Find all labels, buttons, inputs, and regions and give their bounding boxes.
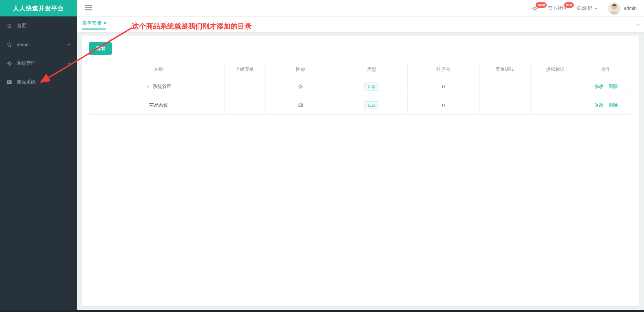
- sidebar-item-system[interactable]: 系统管理: [0, 54, 77, 73]
- expand-row-icon[interactable]: [146, 84, 150, 88]
- delete-link[interactable]: 删除: [608, 102, 618, 108]
- col-icon: 图标: [265, 62, 336, 77]
- tab-menu-management[interactable]: 菜单管理 ×: [82, 20, 106, 26]
- url-cell: [479, 96, 530, 115]
- sidebar-item-home[interactable]: 首页: [0, 16, 77, 35]
- parent-menu-cell: [224, 77, 265, 96]
- close-icon[interactable]: ×: [103, 21, 106, 25]
- sidebar: 人人快速开发平台 首页 demo 系统管: [0, 0, 77, 312]
- sidebar-item-label: demo: [17, 42, 29, 47]
- content-area: 新增 名称 上级菜单 图标 类型 排序号 菜单URL: [77, 33, 644, 312]
- type-badge: 目录: [364, 83, 379, 91]
- sidebar-item-demo[interactable]: demo: [0, 35, 77, 54]
- hamburger-menu-icon[interactable]: [85, 5, 92, 12]
- sidebar-item-label: 商品系统: [17, 79, 36, 85]
- home-icon: [7, 23, 12, 29]
- avatar: [608, 2, 621, 15]
- username: admin: [624, 6, 637, 11]
- main-area: new 官方社区 hot Git源码: [77, 0, 644, 312]
- gear-icon: [298, 84, 303, 89]
- gear-icon: [7, 61, 12, 66]
- list-icon: [7, 80, 12, 85]
- menu-table: 名称 上级菜单 图标 类型 排序号 菜单URL 授权标识 操作: [89, 62, 632, 115]
- edit-link[interactable]: 修改: [594, 84, 604, 89]
- content-card: 新增 名称 上级菜单 图标 类型 排序号 菜单URL: [82, 36, 639, 306]
- list-icon: [298, 103, 303, 108]
- col-perm: 授权标识: [530, 62, 580, 77]
- col-actions: 操作: [580, 62, 632, 77]
- menu-name: 系统管理: [153, 84, 171, 89]
- git-source-label: Git源码: [577, 5, 592, 11]
- sidebar-item-label: 首页: [17, 23, 26, 29]
- active-tab-underline: [82, 29, 106, 30]
- tab-label: 菜单管理: [82, 20, 101, 26]
- git-source-dropdown[interactable]: Git源码: [577, 5, 598, 11]
- sidebar-item-label: 系统管理: [17, 60, 36, 66]
- order-cell: 0: [408, 96, 479, 115]
- chevron-down-icon: [67, 61, 71, 65]
- sidebar-item-goods[interactable]: 商品系统: [0, 73, 77, 92]
- settings-button[interactable]: new: [532, 5, 538, 12]
- edit-link[interactable]: 修改: [594, 102, 604, 108]
- url-cell: [479, 77, 530, 96]
- app-window: 人人快速开发平台 首页 demo 系统管: [0, 0, 644, 312]
- col-order: 排序号: [408, 62, 479, 77]
- star-icon: [7, 42, 12, 47]
- sidebar-menu: 首页 demo 系统管理: [0, 16, 77, 92]
- new-badge: new: [536, 2, 547, 8]
- col-parent: 上级菜单: [224, 62, 265, 77]
- order-cell: 0: [408, 77, 479, 96]
- table-row: 系统管理 目录 0: [89, 77, 632, 96]
- window-bottom-edge: [0, 310, 644, 312]
- chevron-down-icon: [67, 43, 71, 47]
- col-name: 名称: [89, 62, 225, 77]
- hot-badge: hot: [564, 2, 574, 8]
- community-label: 官方社区: [548, 5, 567, 11]
- menu-name: 商品系统: [149, 102, 168, 108]
- community-link[interactable]: 官方社区 hot: [548, 5, 567, 11]
- tab-overflow-button[interactable]: [632, 17, 644, 32]
- user-menu[interactable]: admin: [608, 2, 637, 15]
- parent-menu-cell: [224, 96, 265, 115]
- add-button[interactable]: 新增: [89, 42, 112, 55]
- type-badge: 目录: [364, 101, 379, 109]
- topbar: new 官方社区 hot Git源码: [77, 0, 644, 17]
- table-row: 商品系统 目录 0 修改删: [89, 96, 632, 115]
- col-type: 类型: [336, 62, 407, 77]
- delete-link[interactable]: 删除: [608, 84, 618, 89]
- app-logo: 人人快速开发平台: [0, 0, 77, 16]
- table-header-row: 名称 上级菜单 图标 类型 排序号 菜单URL 授权标识 操作: [89, 62, 632, 77]
- perm-cell: [530, 96, 580, 115]
- annotation-text: 这个商品系统就是我们刚才添加的目录: [132, 21, 252, 31]
- chevron-down-icon: [594, 6, 598, 10]
- chevron-down-icon: [636, 22, 641, 27]
- perm-cell: [530, 77, 580, 96]
- col-url: 菜单URL: [479, 62, 530, 77]
- topbar-right: new 官方社区 hot Git源码: [532, 0, 637, 17]
